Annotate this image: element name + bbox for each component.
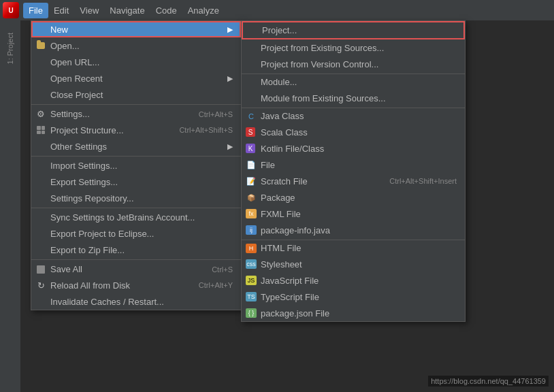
submenu-file[interactable]: 📄 File <box>242 157 465 173</box>
module-label: Module... <box>261 77 297 87</box>
submenu-package[interactable]: 📦 Package <box>242 189 465 206</box>
menu-reload-disk[interactable]: ↻ Reload All from Disk Ctrl+Alt+Y <box>31 277 241 293</box>
submenu-typescript-file[interactable]: TS TypeScript File <box>242 289 465 305</box>
menu-bar: U File Edit View Navigate Code Analyze <box>0 0 554 20</box>
menu-sync-settings[interactable]: Sync Settings to JetBrains Account... <box>31 208 241 225</box>
new-label: New <box>50 24 227 35</box>
submenu-project-vcs[interactable]: Project from Version Control... <box>242 56 465 72</box>
import-settings-label: Import Settings... <box>50 161 233 171</box>
settings-label: Settings... <box>50 109 199 119</box>
menu-file[interactable]: File <box>23 3 48 18</box>
menu-open[interactable]: Open... <box>31 37 241 54</box>
file-label: File <box>261 160 275 170</box>
scala-class-icon: S <box>246 127 255 137</box>
submenu-scala-class[interactable]: S Scala Class <box>242 124 465 140</box>
java-class-icon: C <box>246 111 257 122</box>
package-icon: 📦 <box>246 192 257 203</box>
file-icon: 📄 <box>246 159 257 170</box>
open-url-label: Open URL... <box>50 57 233 67</box>
other-settings-label: Other Settings <box>50 142 227 152</box>
menu-other-settings[interactable]: Other Settings ▶ <box>31 138 241 154</box>
menu-export-zip[interactable]: Export to Zip File... <box>31 242 241 258</box>
menu-invalidate-caches[interactable]: Invalidate Caches / Restart... <box>31 293 241 310</box>
reload-disk-shortcut: Ctrl+Alt+Y <box>199 281 233 289</box>
menu-code[interactable]: Code <box>150 3 182 18</box>
menu-open-recent[interactable]: Open Recent ▶ <box>31 70 241 86</box>
close-project-icon <box>35 89 46 100</box>
kotlin-class-icon: K <box>246 144 255 153</box>
submenu-project[interactable]: Project... <box>242 21 465 39</box>
module-existing-label: Module from Existing Sources... <box>261 93 386 103</box>
scratch-file-label: Scratch File <box>261 176 308 186</box>
menu-save-all[interactable]: Save All Ctrl+S <box>31 259 241 277</box>
submenu-scratch-file[interactable]: 📝 Scratch File Ctrl+Alt+Shift+Insert <box>242 173 465 189</box>
export-settings-label: Export Settings... <box>50 177 233 187</box>
submenu-project-existing[interactable]: Project from Existing Sources... <box>242 39 465 56</box>
menu-view[interactable]: View <box>74 3 104 18</box>
submenu-package-info[interactable]: ij package-info.java <box>242 222 465 238</box>
export-settings-icon <box>35 176 46 187</box>
file-dropdown: New ▶ Open... Open URL... Open Recent ▶ … <box>31 20 242 310</box>
other-settings-icon <box>35 141 46 152</box>
menu-project-structure[interactable]: Project Structure... Ctrl+Alt+Shift+S <box>31 122 241 138</box>
menu-close-project[interactable]: Close Project <box>31 86 241 103</box>
settings-shortcut: Ctrl+Alt+S <box>199 110 233 118</box>
menu-edit[interactable]: Edit <box>48 3 74 18</box>
package-label: Package <box>261 193 295 203</box>
module-existing-icon <box>246 93 257 103</box>
open-recent-label: Open Recent <box>50 74 227 84</box>
new-icon <box>35 24 46 35</box>
submenu-stylesheet[interactable]: css Stylesheet <box>242 256 465 272</box>
project-vcs-icon <box>246 59 257 69</box>
settings-repo-label: Settings Repository... <box>50 193 233 203</box>
menu-settings-repo[interactable]: Settings Repository... <box>31 190 241 206</box>
settings-repo-icon <box>35 193 46 203</box>
submenu-kotlin-class[interactable]: K Kotlin File/Class <box>242 140 465 157</box>
sync-settings-icon <box>35 212 46 223</box>
save-all-icon <box>35 264 46 275</box>
save-all-shortcut: Ctrl+S <box>212 265 233 274</box>
new-submenu: Project... Project from Existing Sources… <box>241 20 466 322</box>
close-project-label: Close Project <box>50 90 233 100</box>
submenu-package-json[interactable]: { } package.json File <box>242 305 465 321</box>
app-logo: U <box>3 2 19 18</box>
menu-navigate[interactable]: Navigate <box>104 3 150 18</box>
module-icon <box>246 77 257 88</box>
java-class-label: Java Class <box>261 111 304 121</box>
invalidate-caches-icon <box>35 296 46 307</box>
reload-disk-label: Reload All from Disk <box>50 280 199 291</box>
package-info-icon: ij <box>246 225 257 235</box>
menu-open-url[interactable]: Open URL... <box>31 54 241 70</box>
import-settings-icon <box>35 161 46 172</box>
new-arrow: ▶ <box>227 25 233 34</box>
menu-export-eclipse[interactable]: Export Project to Eclipse... <box>31 225 241 242</box>
export-eclipse-label: Export Project to Eclipse... <box>50 229 233 239</box>
project-vcs-label: Project from Version Control... <box>261 59 378 69</box>
project-structure-label: Project Structure... <box>50 125 179 135</box>
submenu-module-existing[interactable]: Module from Existing Sources... <box>242 90 465 106</box>
submenu-javascript-file[interactable]: JS JavaScript File <box>242 272 465 289</box>
menu-settings[interactable]: ⚙ Settings... Ctrl+Alt+S <box>31 104 241 122</box>
project-structure-icon <box>35 125 46 135</box>
html-icon: H <box>246 244 257 253</box>
html-label: HTML File <box>261 243 301 253</box>
project-label: Project... <box>262 25 297 35</box>
ts-label: TypeScript File <box>261 292 319 302</box>
package-info-label: package-info.java <box>261 225 330 235</box>
open-recent-icon <box>35 73 46 84</box>
submenu-module[interactable]: Module... <box>242 74 465 90</box>
submenu-html-file[interactable]: H HTML File <box>242 240 465 256</box>
menu-export-settings[interactable]: Export Settings... <box>31 174 241 190</box>
submenu-fxml-file[interactable]: fx FXML File <box>242 206 465 222</box>
menu-analyze[interactable]: Analyze <box>182 3 225 18</box>
submenu-java-class[interactable]: C Java Class <box>242 108 465 124</box>
fxml-label: FXML File <box>261 209 301 219</box>
open-url-icon <box>35 56 46 67</box>
menu-new[interactable]: New ▶ <box>31 21 241 37</box>
menu-import-settings[interactable]: Import Settings... <box>31 156 241 174</box>
open-label: Open... <box>50 41 233 51</box>
stylesheet-label: Stylesheet <box>261 259 302 270</box>
export-zip-label: Export to Zip File... <box>50 245 233 255</box>
invalidate-caches-label: Invalidate Caches / Restart... <box>50 297 233 307</box>
other-settings-arrow: ▶ <box>227 142 233 151</box>
